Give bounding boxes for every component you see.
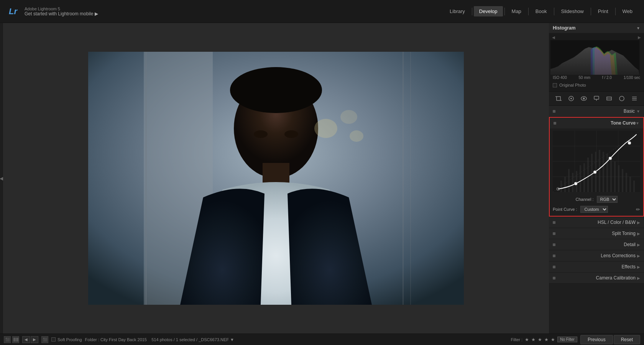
svg-point-11 — [340, 110, 357, 124]
folder-info: Folder : City First Day Back 2015 514 ph… — [85, 337, 508, 342]
detail-dot — [553, 243, 555, 246]
svg-rect-43 — [587, 158, 589, 192]
point-curve-row: Point Curve : Custom ✏ — [550, 204, 643, 216]
nav-book[interactable]: Book — [530, 6, 552, 16]
gradient-filter[interactable] — [605, 94, 614, 103]
histogram-svg — [550, 40, 639, 75]
effects-label: Effects — [559, 264, 636, 269]
camera-calibration-label: Camera Calibration — [559, 275, 636, 281]
point-curve-dropdown[interactable]: Custom — [580, 206, 608, 213]
develop-tools — [549, 92, 644, 106]
basic-panel[interactable]: Basic ▼ — [549, 106, 644, 117]
aperture-value: f / 2.0 — [602, 76, 612, 80]
radial-filter[interactable] — [617, 94, 626, 103]
svg-rect-36 — [560, 181, 562, 192]
no-filter-button[interactable]: No Filter — [557, 337, 577, 342]
strip-mode-icon[interactable]: ⬛ — [41, 336, 48, 343]
nav-print[interactable]: Print — [593, 6, 614, 16]
app-subtitle[interactable]: Get started with Lightroom mobile ▶ — [25, 11, 98, 16]
soft-proofing[interactable]: Soft Proofing — [51, 337, 82, 342]
star-4[interactable]: ★ — [544, 337, 549, 342]
focal-length: 50 mm — [578, 76, 590, 80]
original-photo-label: Original Photo — [559, 83, 586, 87]
nav-library[interactable]: Library — [444, 6, 470, 16]
original-photo-checkbox[interactable] — [553, 83, 557, 87]
photo-viewer[interactable] — [3, 23, 549, 334]
svg-point-6 — [254, 130, 268, 138]
star-1[interactable]: ★ — [525, 337, 529, 342]
star-5[interactable]: ★ — [551, 337, 555, 342]
left-strip[interactable]: ◀ — [0, 23, 3, 334]
histogram-area: ◀ ▶ — [549, 33, 644, 91]
soft-proofing-checkbox[interactable] — [51, 337, 56, 342]
tone-curve-header[interactable]: Tone Curve ▼ — [550, 118, 643, 128]
photo-count: 514 photos / 1 selected / _DSC6673.NEF — [151, 337, 229, 342]
app-name: Adobe Lightroom 5 — [25, 7, 98, 11]
compare-view-icon[interactable] — [12, 336, 19, 343]
tone-curve-title: Tone Curve — [559, 120, 636, 126]
histogram-info: ISO 400 50 mm f / 2.0 1/100 sec — [550, 75, 642, 81]
svg-rect-37 — [564, 177, 566, 192]
highlight-clip-arrow[interactable]: ▶ — [638, 35, 641, 39]
svg-point-5 — [230, 67, 322, 113]
app-branding: Lr Adobe Lightroom 5 Get started with Li… — [6, 5, 98, 18]
basic-dot — [553, 110, 555, 113]
svg-rect-50 — [614, 161, 616, 192]
logo-text: Lr — [9, 7, 17, 16]
original-photo-toggle[interactable]: Original Photo — [550, 81, 642, 90]
crop-tool[interactable] — [554, 94, 563, 103]
tone-curve-graph[interactable] — [553, 131, 640, 192]
spot-heal-tool[interactable] — [567, 94, 576, 103]
loupe-view-icon[interactable]: ⬛ — [4, 336, 11, 343]
top-navigation: Lr Adobe Lightroom 5 Get started with Li… — [0, 0, 644, 23]
edit-curve-icon[interactable]: ✏ — [636, 207, 640, 212]
lens-corrections-panel[interactable]: Lens Corrections ▶ — [549, 250, 644, 261]
filter-label: Filter : — [511, 337, 523, 342]
svg-rect-8 — [402, 52, 404, 305]
adjustment-brush[interactable] — [592, 94, 601, 103]
star-2[interactable]: ★ — [531, 337, 536, 342]
nav-sep-4 — [554, 8, 554, 15]
nav-sep-1 — [472, 8, 472, 15]
svg-rect-51 — [618, 165, 619, 192]
channel-row: Channel : RGB — [550, 194, 643, 204]
next-photo-btn[interactable]: ▶ — [31, 336, 38, 343]
photos-dropdown[interactable]: ▼ — [230, 337, 234, 342]
split-toning-panel[interactable]: Split Toning ▶ — [549, 228, 644, 239]
svg-rect-46 — [599, 150, 600, 192]
lens-corrections-dot — [553, 255, 555, 257]
soft-proofing-label: Soft Proofing — [58, 337, 82, 342]
nav-web[interactable]: Web — [617, 6, 638, 16]
bottom-bar: ⬛ ◀ ▶ ⬛ Soft Proofing Folder : City Firs… — [0, 334, 644, 345]
star-3[interactable]: ★ — [538, 337, 542, 342]
filter-area: Filter : ★ ★ ★ ★ ★ No Filter — [511, 337, 577, 342]
nav-slideshow[interactable]: Slideshow — [556, 6, 589, 16]
svg-point-7 — [284, 130, 298, 138]
settings-tool[interactable] — [630, 94, 639, 103]
reset-button[interactable]: Reset — [614, 335, 640, 344]
histogram-header[interactable]: Histogram ▼ — [549, 23, 644, 33]
photo-container — [88, 52, 464, 305]
prev-photo-btn[interactable]: ◀ — [22, 336, 30, 343]
channel-label: Channel : — [575, 197, 593, 202]
shadow-clip-arrow[interactable]: ◀ — [552, 35, 555, 39]
basic-arrow: ▼ — [636, 109, 640, 113]
action-buttons: Previous Reset — [580, 335, 640, 344]
basic-label: Basic — [559, 108, 635, 114]
hsl-panel[interactable]: HSL / Color / B&W ▶ — [549, 217, 644, 228]
previous-button[interactable]: Previous — [580, 335, 613, 344]
split-toning-arrow: ▶ — [637, 232, 640, 236]
nav-develop[interactable]: Develop — [474, 6, 503, 16]
channel-dropdown[interactable]: RGB — [597, 196, 618, 203]
view-mode-icons: ⬛ — [4, 336, 19, 343]
svg-point-24 — [619, 96, 624, 101]
histogram-toggle[interactable]: ▼ — [636, 26, 640, 30]
shutter-speed: 1/100 sec — [624, 76, 640, 80]
svg-point-10 — [314, 119, 337, 138]
redeye-tool[interactable] — [579, 94, 588, 103]
svg-point-56 — [574, 182, 577, 185]
detail-panel[interactable]: Detail ▶ — [549, 239, 644, 250]
effects-panel[interactable]: Effects ▶ — [549, 261, 644, 273]
camera-calibration-panel[interactable]: Camera Calibration ▶ — [549, 273, 644, 284]
nav-map[interactable]: Map — [506, 6, 527, 16]
